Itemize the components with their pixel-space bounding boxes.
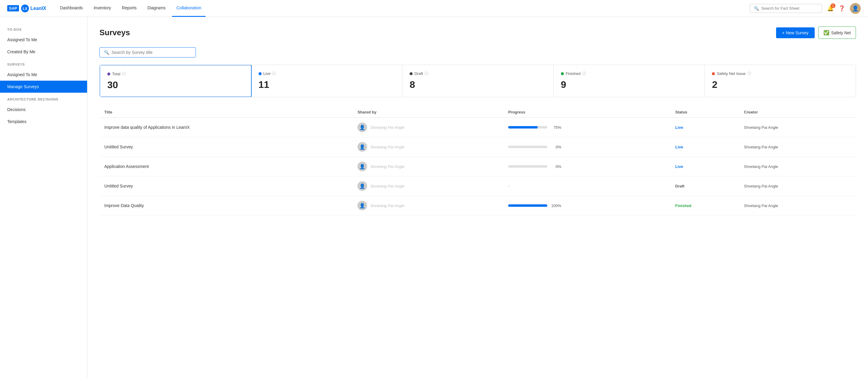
info-icon-total[interactable]: ⓘ (122, 71, 126, 76)
main-content: Surveys + New Survey ✅ Safety Net 🔍 Tota… (87, 17, 868, 378)
survey-title[interactable]: Improve Data Quality (99, 196, 352, 215)
stat-label-draft: Draft ⓘ (410, 71, 546, 76)
shared-by-name: Shvetang Pai Angle (370, 145, 404, 149)
status-badge: Live (675, 125, 683, 130)
topnav: SAP LX LeanIX Dashboards Inventory Repor… (0, 0, 868, 17)
progress-bar-bg (508, 126, 547, 129)
dot-green (561, 72, 564, 75)
survey-title[interactable]: Application Assessment (99, 157, 352, 176)
leanix-icon: LX (21, 4, 29, 13)
nav-dashboards[interactable]: Dashboards (56, 0, 87, 17)
notifications-button[interactable]: 🔔 1 (827, 5, 834, 12)
col-creator: Creator (739, 107, 856, 118)
stat-card-total[interactable]: Total ⓘ 30 (99, 65, 252, 97)
logo[interactable]: SAP LX LeanIX (7, 4, 46, 13)
progress-cell: 75% (503, 118, 670, 137)
dot-blue (258, 72, 261, 75)
progress-bar-fill (508, 204, 547, 207)
dot-dark (410, 72, 412, 75)
stat-value-live: 11 (258, 79, 395, 90)
new-survey-button[interactable]: + New Survey (776, 27, 815, 38)
sidebar-item-created-by-me[interactable]: Created By Me (0, 46, 87, 58)
shared-by-cell: 👤 Shvetang Pai Angle (352, 196, 503, 215)
help-button[interactable]: ❓ (838, 5, 845, 12)
stat-label-safety-net: Safety Net Issue ⓘ (712, 71, 848, 76)
global-search-input[interactable] (761, 6, 818, 10)
col-title: Title (99, 107, 352, 118)
progress-pct: 100% (550, 203, 561, 208)
nav-reports[interactable]: Reports (118, 0, 141, 17)
progress-cell: 0% (503, 157, 670, 176)
survey-title[interactable]: Untitled Survey (99, 137, 352, 157)
user-avatar[interactable]: 👤 (850, 3, 861, 14)
progress-pct: 75% (550, 125, 561, 130)
sap-logo: SAP (7, 5, 19, 11)
shared-by-cell: 👤 Shvetang Pai Angle (352, 137, 503, 157)
stat-card-safety-net[interactable]: Safety Net Issue ⓘ 2 (705, 65, 856, 97)
global-search[interactable]: 🔍 (750, 4, 822, 13)
dot-red (712, 72, 715, 75)
status-badge: Live (675, 164, 683, 169)
info-icon-live[interactable]: ⓘ (272, 71, 276, 76)
nav-diagrams[interactable]: Diagrams (143, 0, 170, 17)
stat-card-live[interactable]: Live ⓘ 11 (251, 65, 403, 97)
surveys-section-title: SURVEYS (0, 58, 87, 69)
user-avatar-row: 👤 (358, 162, 367, 171)
sidebar: TO-DOS Assigned To Me Created By Me SURV… (0, 17, 87, 378)
nav-inventory[interactable]: Inventory (90, 0, 116, 17)
stat-value-total: 30 (107, 79, 244, 91)
search-icon: 🔍 (754, 6, 759, 11)
creator-cell: Shvetang Pai Angle (739, 157, 856, 176)
table-row[interactable]: Untitled Survey 👤 Shvetang Pai Angle 0% … (99, 137, 856, 157)
nav-items: Dashboards Inventory Reports Diagrams Co… (56, 0, 750, 17)
check-icon: ✅ (824, 30, 830, 36)
status-badge: Draft (675, 184, 684, 188)
progress-bar-bg (508, 146, 547, 148)
progress-pct: 0% (550, 145, 561, 149)
leanix-logo: LeanIX (30, 6, 46, 11)
shared-by-name: Shvetang Pai Angle (370, 164, 404, 169)
content-header: Surveys + New Survey ✅ Safety Net (99, 27, 856, 39)
sidebar-item-assigned-todos[interactable]: Assigned To Me (0, 34, 87, 46)
progress-cell: 0% (503, 137, 670, 157)
creator-cell: Shvetang Pai Angle (739, 137, 856, 157)
survey-search[interactable]: 🔍 (99, 47, 196, 58)
user-avatar-row: 👤 (358, 123, 367, 132)
stat-label-live: Live ⓘ (258, 71, 395, 76)
progress-cell: - (503, 176, 670, 196)
sidebar-item-decisions[interactable]: Decisions (0, 104, 87, 115)
status-badge: Live (675, 145, 683, 149)
search-icon: 🔍 (104, 50, 109, 55)
sidebar-item-assigned-surveys[interactable]: Assigned To Me (0, 69, 87, 81)
survey-title[interactable]: Improve data quality of Applications in … (99, 118, 352, 137)
shared-by-cell: 👤 Shvetang Pai Angle (352, 118, 503, 137)
table-row[interactable]: Application Assessment 👤 Shvetang Pai An… (99, 157, 856, 176)
header-actions: + New Survey ✅ Safety Net (776, 27, 856, 39)
progress-cell: 100% (503, 196, 670, 215)
shared-by-name: Shvetang Pai Angle (370, 203, 404, 208)
info-icon-finished[interactable]: ⓘ (582, 71, 586, 76)
dot-purple (107, 72, 110, 75)
shared-by-name: Shvetang Pai Angle (370, 184, 404, 188)
safety-net-button[interactable]: ✅ Safety Net (818, 27, 856, 39)
survey-search-input[interactable] (112, 50, 191, 55)
main-layout: TO-DOS Assigned To Me Created By Me SURV… (0, 17, 868, 378)
table-row[interactable]: Improve data quality of Applications in … (99, 118, 856, 137)
user-avatar-row: 👤 (358, 201, 367, 210)
page-title: Surveys (99, 28, 130, 37)
sidebar-item-templates[interactable]: Templates (0, 115, 87, 128)
table-row[interactable]: Untitled Survey 👤 Shvetang Pai Angle - D… (99, 176, 856, 196)
progress-bar-fill (508, 126, 538, 129)
table-row[interactable]: Improve Data Quality 👤 Shvetang Pai Angl… (99, 196, 856, 215)
creator-cell: Shvetang Pai Angle (739, 196, 856, 215)
progress-bar-bg (508, 204, 547, 207)
nav-collaboration[interactable]: Collaboration (172, 0, 206, 17)
sidebar-item-manage-surveys[interactable]: Manage Surveys (0, 81, 87, 93)
col-status: Status (671, 107, 739, 118)
stat-card-finished[interactable]: Finished ⓘ 9 (554, 65, 705, 97)
notification-badge: 1 (831, 3, 835, 8)
survey-title[interactable]: Untitled Survey (99, 176, 352, 196)
stat-card-draft[interactable]: Draft ⓘ 8 (402, 65, 554, 97)
info-icon-draft[interactable]: ⓘ (425, 71, 428, 76)
info-icon-safety-net[interactable]: ⓘ (747, 71, 751, 76)
